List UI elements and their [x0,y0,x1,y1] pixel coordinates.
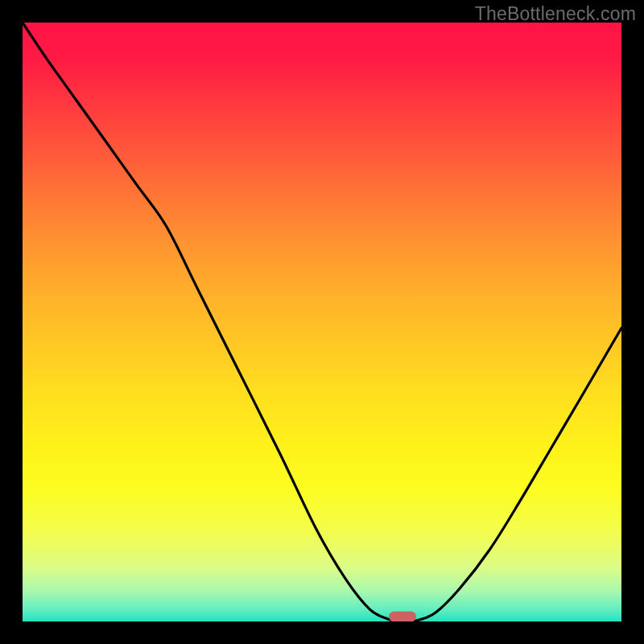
bottleneck-curve [23,23,621,621]
watermark-text: TheBottleneck.com [475,3,636,25]
chart-frame: TheBottleneck.com [0,0,644,644]
plot-area [23,23,621,621]
optimal-marker [389,612,416,621]
